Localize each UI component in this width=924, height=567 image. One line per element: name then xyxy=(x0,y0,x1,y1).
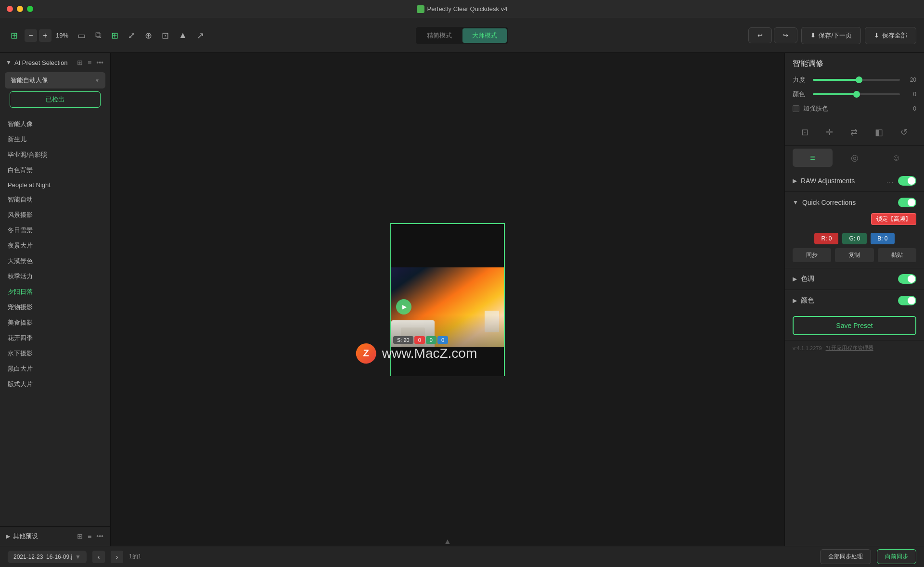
play-button[interactable]: ▶ xyxy=(396,299,411,315)
redo-button[interactable]: ↪ xyxy=(774,27,797,43)
adjust-icon-btn[interactable]: ◧ xyxy=(872,124,886,140)
b-button[interactable]: B: 0 xyxy=(871,233,894,244)
version-text: v:4.1.1.2279 xyxy=(793,345,822,351)
master-mode-button[interactable]: 大师模式 xyxy=(462,28,507,43)
logo-btn[interactable]: ⊞ xyxy=(8,27,21,44)
preset-item[interactable]: 水下摄影 xyxy=(0,346,110,361)
share-btn[interactable]: ↗ xyxy=(194,27,207,44)
transform-icon-btn[interactable]: ✛ xyxy=(823,124,836,140)
preset-item[interactable]: 白色背景 xyxy=(0,163,110,178)
rotate-icon-btn[interactable]: ↺ xyxy=(898,124,911,140)
preset-item[interactable]: 版式大片 xyxy=(0,377,110,392)
bottom-more-icon[interactable]: ••• xyxy=(95,531,104,541)
triangle-btn[interactable]: ▲ xyxy=(176,27,190,43)
crop-icon-btn[interactable]: ⊡ xyxy=(798,124,811,140)
list-icon-btn[interactable]: ≡ xyxy=(87,58,92,67)
face-tab[interactable]: ☺ xyxy=(876,149,916,167)
g-label: 0 xyxy=(426,336,436,344)
split-view-btn[interactable]: ⧉ xyxy=(92,27,104,43)
enhance-checkbox[interactable] xyxy=(793,105,799,112)
bottom-grid-icon[interactable]: ⊞ xyxy=(76,531,84,541)
maximize-button[interactable] xyxy=(27,6,33,12)
color-slider[interactable] xyxy=(813,93,900,95)
preset-item[interactable]: 黑白大片 xyxy=(0,361,110,377)
preset-item[interactable]: 宠物摄影 xyxy=(0,300,110,315)
tone-toggle[interactable] xyxy=(898,274,916,284)
grid-view-btn[interactable]: ⊞ xyxy=(108,27,121,44)
g-button[interactable]: G: 0 xyxy=(842,233,867,244)
raw-more-icon[interactable]: ... xyxy=(886,177,894,184)
open-manager-link[interactable]: 打开应用程序管理器 xyxy=(826,344,873,352)
save-next-button[interactable]: ⬇ 保存/下一页 xyxy=(801,27,861,44)
simple-mode-button[interactable]: 精简模式 xyxy=(417,28,462,43)
paste-button[interactable]: 黏贴 xyxy=(878,248,916,262)
preset-item[interactable]: 毕业照/合影照 xyxy=(0,147,110,163)
raw-toggle[interactable] xyxy=(898,176,916,186)
toolbar: ⊞ − + 19% ▭ ⧉ ⊞ ⤢ ⊕ ⊡ ▲ ↗ 精简模式 大师模式 ↩ ↪ xyxy=(0,18,924,53)
file-selector[interactable]: 2021-12-23_16-16-09.j ▼ xyxy=(8,551,87,563)
preset-item[interactable]: 美食摄影 xyxy=(0,315,110,330)
sync-button[interactable]: 同步 xyxy=(793,248,831,262)
fit-view-btn[interactable]: ⤢ xyxy=(125,27,138,44)
preset-item[interactable]: 大漠景色 xyxy=(0,253,110,269)
preset-item[interactable]: 冬日雪景 xyxy=(0,223,110,238)
qc-toggle[interactable] xyxy=(898,198,916,207)
preset-item[interactable]: 花开四季 xyxy=(0,330,110,346)
r-button[interactable]: R: 0 xyxy=(814,233,838,244)
preset-item[interactable]: 秋季活力 xyxy=(0,269,110,284)
other-presets-title: 其他预设 xyxy=(13,532,73,541)
preset-item[interactable]: 智能自动 xyxy=(0,192,110,207)
color-toggle[interactable] xyxy=(898,296,916,305)
color-section-title: 颜色 xyxy=(801,296,894,305)
image-bottom-area xyxy=(391,347,504,376)
icon-row: ⊡ ✛ ⇄ ◧ ↺ xyxy=(785,119,924,146)
zoom-out-button[interactable]: − xyxy=(25,29,37,42)
titlebar-buttons xyxy=(7,6,33,12)
mask-btn[interactable]: ⊡ xyxy=(159,27,172,44)
color-slider-row: 颜色 0 xyxy=(793,90,916,99)
color-value: 0 xyxy=(905,91,916,98)
more-icon-btn[interactable]: ••• xyxy=(95,58,104,67)
grid-icon-btn[interactable]: ⊞ xyxy=(76,58,84,67)
save-preset-button[interactable]: Save Preset xyxy=(793,316,916,335)
sliders-tab[interactable]: ≡ xyxy=(793,149,833,167)
sync-all-button[interactable]: 全部同步处理 xyxy=(820,549,871,564)
image-label-bar: S: 20 0 0 0 xyxy=(391,334,450,346)
color-section-header[interactable]: ▶ 颜色 xyxy=(785,290,924,311)
raw-toggle-knob xyxy=(908,177,915,185)
mode-toggle: 精简模式 大师模式 xyxy=(416,27,508,44)
preset-item[interactable]: 新生儿 xyxy=(0,132,110,147)
nav-next-button[interactable]: › xyxy=(111,551,123,563)
quick-corrections-section: ▼ Quick Corrections 锁定【高频】 R: 0 G: 0 B: … xyxy=(785,192,924,268)
zoom-in-button[interactable]: + xyxy=(39,29,51,42)
single-view-btn[interactable]: ▭ xyxy=(75,27,89,44)
save-all-button[interactable]: ⬇ 保存全部 xyxy=(865,27,916,44)
minimize-button[interactable] xyxy=(17,6,23,12)
strength-value: 20 xyxy=(905,76,916,83)
copy-button[interactable]: 复制 xyxy=(835,248,873,262)
detected-button[interactable]: 已检出 xyxy=(10,91,101,108)
strength-slider[interactable] xyxy=(813,79,900,81)
preset-item[interactable]: People at Night xyxy=(0,178,110,192)
undo-button[interactable]: ↩ xyxy=(748,27,772,43)
image-top-area xyxy=(391,224,504,267)
tone-header[interactable]: ▶ 色调 xyxy=(785,268,924,290)
preset-dropdown[interactable]: 智能自动人像 ▼ xyxy=(5,72,105,88)
circle-tab[interactable]: ◎ xyxy=(834,149,874,167)
quick-corrections-header[interactable]: ▼ Quick Corrections xyxy=(785,192,924,213)
close-button[interactable] xyxy=(7,6,13,12)
forward-sync-button[interactable]: 向前同步 xyxy=(877,549,916,564)
scroll-arrow[interactable]: ▲ xyxy=(444,537,451,546)
tab-row: ≡ ◎ ☺ xyxy=(785,146,924,170)
raw-adjustments-header[interactable]: ▶ RAW Adjustments ... xyxy=(785,170,924,191)
bottom-list-icon[interactable]: ≡ xyxy=(87,531,92,541)
nav-prev-button[interactable]: ‹ xyxy=(92,551,105,563)
compare-btn[interactable]: ⊕ xyxy=(142,27,155,44)
preset-list: 智能人像新生儿毕业照/合影照白色背景People at Night智能自动风景摄… xyxy=(0,115,110,526)
preset-item[interactable]: 夜景大片 xyxy=(0,238,110,253)
preset-item[interactable]: 智能人像 xyxy=(0,116,110,132)
preset-item[interactable]: 风景摄影 xyxy=(0,207,110,223)
sidebar-bottom[interactable]: ▶ 其他预设 ⊞ ≡ ••• xyxy=(0,526,110,546)
flip-icon-btn[interactable]: ⇄ xyxy=(847,124,860,140)
preset-item[interactable]: 夕阳日落 xyxy=(0,284,110,300)
